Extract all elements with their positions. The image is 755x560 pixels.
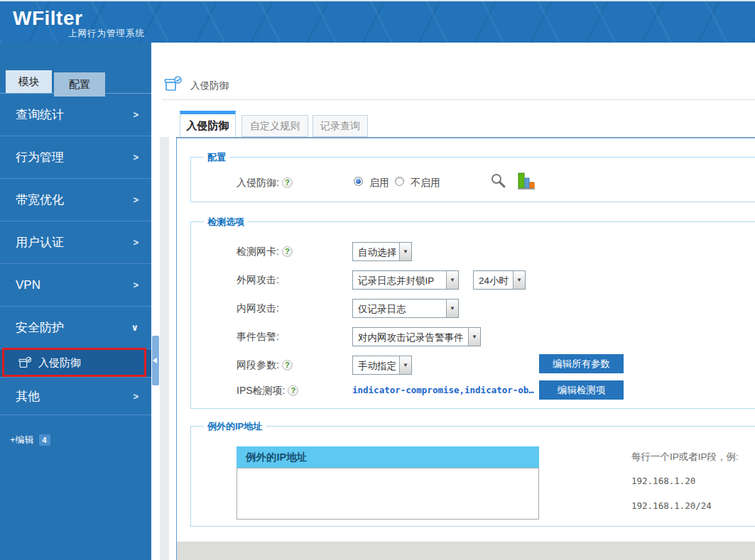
sidebar-edit-label: +编辑 [10, 434, 34, 446]
select-value: 24小时 [474, 271, 513, 289]
field-label: 事件告警: [237, 331, 279, 344]
sidebar: 模块 配置 查询统计 > 行为管理 > 带宽优化 > 用户认证 > VPN > [0, 43, 151, 560]
detection-section: 检测选项 检测网卡: ? 自动选择 ▼ 外网攻击: 记录日志并封锁IP ▼ 24… [190, 221, 755, 409]
sidebar-item-label: 安全防护 [16, 319, 64, 336]
lan-attack-select[interactable]: 仅记录日志 ▼ [352, 299, 459, 318]
breadcrumb-divider [162, 99, 755, 100]
sidebar-item-label: 用户认证 [16, 234, 64, 251]
chevron-right-icon: > [133, 194, 138, 205]
help-icon[interactable]: ? [282, 246, 293, 257]
config-section: 配置 入侵防御: ? 启用 不启用 [190, 157, 755, 202]
chevron-right-icon: > [133, 237, 138, 248]
dropdown-arrow-icon: ▼ [446, 271, 458, 289]
ips-items-value: indicator-compromise,indicator-ob… [352, 385, 534, 395]
wan-attack-field: 外网攻击: [237, 270, 279, 290]
wfilter-app: WFilter 上网行为管理系统 模块 配置 查询统计 > 行为管理 > 带宽优… [0, 0, 755, 560]
sidebar-item-vpn[interactable]: VPN > [0, 264, 151, 307]
select-value: 对内网攻击记录告警事件 [353, 328, 468, 346]
wan-attack-select[interactable]: 记录日志并封锁IP ▼ [352, 270, 459, 290]
help-icon[interactable]: ? [288, 385, 298, 396]
radio-enable-label[interactable]: 启用 [369, 177, 389, 190]
exception-legend: 例外的IP地址 [204, 420, 266, 433]
event-alert-select[interactable]: 对内网攻击记录告警事件 ▼ [352, 327, 481, 346]
dropdown-arrow-icon: ▼ [446, 300, 458, 317]
config-legend: 配置 [204, 151, 229, 164]
tab-intrusion-defense[interactable]: 入侵防御 [180, 111, 236, 137]
highlight-red-box [2, 348, 146, 377]
app-logo: WFilter [13, 7, 82, 30]
app-header: WFilter 上网行为管理系统 [0, 0, 755, 43]
vertical-scrollbar-track[interactable] [160, 137, 169, 560]
collapse-arrow-icon [153, 358, 157, 363]
sidebar-collapse-handle[interactable] [152, 336, 159, 385]
tab-log-query[interactable]: 记录查询 [313, 115, 368, 137]
sidebar-item-query-stats[interactable]: 查询统计 > [0, 94, 151, 136]
field-label: IPS检测项: [237, 385, 285, 397]
radio-disable-label[interactable]: 不启用 [411, 177, 440, 190]
select-value: 仅记录日志 [353, 300, 446, 317]
ip-hint-example-1: 192.168.1.20 [631, 476, 695, 486]
chevron-down-icon: ∨ [131, 322, 138, 333]
select-value: 记录日志并封锁IP [353, 271, 446, 289]
event-alert-field: 事件告警: [237, 327, 279, 346]
app-subtitle: 上网行为管理系统 [68, 28, 145, 40]
sidebar-tab-modules[interactable]: 模块 [6, 70, 52, 93]
sidebar-tab-config[interactable]: 配置 [54, 72, 105, 97]
sidebar-item-security[interactable]: 安全防护 ∨ [0, 307, 151, 349]
sidebar-item-others[interactable]: 其他 > [0, 378, 151, 415]
sidebar-item-label: 查询统计 [16, 106, 64, 123]
radio-disable[interactable] [395, 177, 404, 186]
dropdown-arrow-icon: ▼ [513, 271, 525, 289]
exception-ip-section: 例外的IP地址 例外的IP地址 每行一个IP或者IP段，例: 192.168.1… [190, 426, 755, 527]
select-value: 手动指定 [353, 356, 399, 374]
sidebar-item-label: 行为管理 [16, 149, 64, 165]
detection-legend: 检测选项 [204, 216, 248, 229]
exception-table-header: 例外的IP地址 [237, 446, 539, 468]
block-duration-select[interactable]: 24小时 ▼ [473, 270, 526, 290]
subnet-param-field: 网段参数: ? [237, 356, 293, 375]
field-label: 检测网卡: [237, 246, 279, 258]
field-label: 入侵防御: [237, 177, 279, 190]
sidebar-item-bandwidth[interactable]: 带宽优化 > [0, 179, 151, 221]
panel-footer-bar [177, 542, 755, 560]
search-icon[interactable] [490, 172, 508, 190]
ips-items-field: IPS检测项: ? [237, 381, 298, 400]
sidebar-item-user-auth[interactable]: 用户认证 > [0, 221, 151, 264]
select-value: 自动选择 [353, 243, 399, 260]
dropdown-arrow-icon: ▼ [399, 356, 411, 374]
bar-chart-icon[interactable] [518, 172, 535, 190]
lan-attack-field: 内网攻击: [237, 299, 279, 318]
intrusion-defense-field: 入侵防御: ? [237, 173, 293, 192]
sidebar-item-label: 其他 [16, 388, 40, 405]
edit-detection-items-button[interactable]: 编辑检测项 [539, 380, 624, 400]
field-label: 外网攻击: [237, 274, 279, 287]
sidebar-item-label: VPN [16, 278, 40, 292]
nic-field: 检测网卡: ? [237, 242, 293, 261]
sidebar-item-label: 带宽优化 [16, 192, 64, 208]
ip-hint-example-2: 192.168.1.20/24 [631, 500, 712, 511]
help-icon[interactable]: ? [282, 177, 293, 188]
edit-all-params-button[interactable]: 编辑所有参数 [539, 354, 624, 373]
chevron-right-icon: > [133, 280, 138, 290]
sidebar-item-behavior-mgmt[interactable]: 行为管理 > [0, 136, 151, 179]
chevron-right-icon: > [133, 109, 138, 120]
field-label: 内网攻击: [237, 302, 279, 315]
chevron-right-icon: > [133, 391, 138, 402]
breadcrumb-title: 入侵防御 [190, 79, 229, 92]
edit-count-badge: 4 [39, 434, 50, 446]
exception-ip-textarea[interactable] [237, 468, 539, 520]
dropdown-arrow-icon: ▼ [468, 328, 480, 346]
sidebar-edit-link[interactable]: +编辑 4 [0, 434, 151, 446]
breadcrumb-box-check-icon [164, 75, 183, 94]
radio-enable[interactable] [354, 177, 363, 186]
chevron-right-icon: > [133, 152, 138, 163]
ip-hint-title: 每行一个IP或者IP段，例: [631, 451, 739, 463]
help-icon[interactable]: ? [282, 360, 293, 370]
subnet-param-select[interactable]: 手动指定 ▼ [352, 356, 412, 375]
dropdown-arrow-icon: ▼ [399, 243, 411, 260]
field-label: 网段参数: [237, 359, 279, 372]
sidebar-menu: 查询统计 > 行为管理 > 带宽优化 > 用户认证 > VPN > 安全防护 ∨ [0, 94, 151, 446]
tab-custom-rules[interactable]: 自定义规则 [241, 115, 308, 137]
nic-select[interactable]: 自动选择 ▼ [352, 242, 412, 261]
